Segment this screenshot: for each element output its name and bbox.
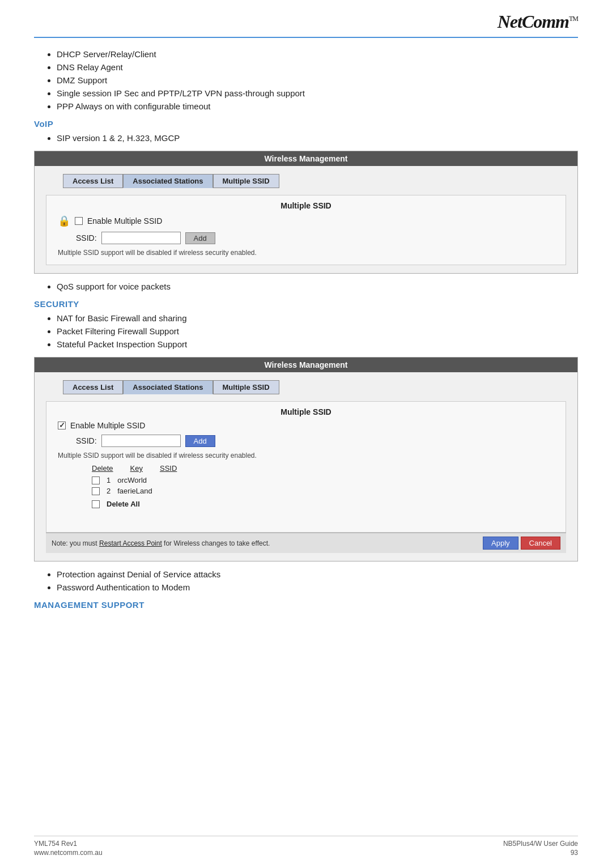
bottom-buttons: Apply Cancel (483, 537, 560, 550)
panel-1-subtitle: Multiple SSID (58, 201, 554, 210)
enable-ssid-row-2: Enable Multiple SSID (58, 421, 554, 430)
col-ssid: SSID (160, 464, 177, 473)
tab2-associated-stations[interactable]: Associated Stations (123, 380, 212, 394)
logo: NetCommTM (498, 11, 578, 32)
tab-associated-stations[interactable]: Associated Stations (123, 174, 212, 188)
list-item: SIP version 1 & 2, H.323, MGCP (57, 133, 578, 143)
top-feature-list: DHCP Server/Relay/Client DNS Relay Agent… (34, 49, 578, 111)
col-delete: Delete (92, 464, 113, 473)
voip-list: SIP version 1 & 2, H.323, MGCP (34, 133, 578, 143)
wireless-panel-2: Wireless Management Access List Associat… (34, 357, 578, 561)
tab2-access-list[interactable]: Access List (63, 380, 123, 394)
panel-1-tabs: Access List Associated Stations Multiple… (63, 174, 566, 188)
delete-all-label: Delete All (107, 500, 140, 508)
add-button-2[interactable]: Add (185, 435, 215, 447)
qos-list: QoS support for voice packets (34, 282, 578, 291)
row1-key: 1 (107, 476, 110, 484)
ssid-table: Delete Key SSID 1 orcWorld 2 faerieLand (92, 464, 554, 495)
footer-left: YML754 Rev1 www.netcomm.com.au (34, 840, 103, 857)
footer-website: www.netcomm.com.au (34, 849, 103, 857)
list-item: Protection against Denial of Service att… (57, 569, 578, 579)
panel-1-content: Multiple SSID 🔒 Enable Multiple SSID SSI… (46, 195, 566, 265)
logo-text: NetComm (498, 11, 569, 32)
cancel-button[interactable]: Cancel (521, 537, 560, 550)
panel-2-title: Wireless Management (35, 358, 577, 372)
footer-model: YML754 Rev1 (34, 840, 103, 848)
add-button-1[interactable]: Add (185, 232, 215, 244)
apply-button[interactable]: Apply (483, 537, 518, 550)
panel-2-note: Multiple SSID support will be disabled i… (58, 452, 554, 459)
panel-2-body: Access List Associated Stations Multiple… (35, 372, 577, 561)
tab2-multiple-ssid[interactable]: Multiple SSID (213, 380, 279, 394)
table-row: 1 orcWorld (92, 476, 554, 484)
row1-ssid: orcWorld (117, 476, 147, 484)
list-item: PPP Always on with configurable timeout (57, 101, 578, 111)
footer-page: 93 (571, 849, 578, 857)
ssid-input-row-2: SSID: Add (76, 435, 554, 447)
wireless-panel-1: Wireless Management Access List Associat… (34, 151, 578, 274)
row1-checkbox[interactable] (92, 476, 100, 484)
enable-ssid-label: Enable Multiple SSID (87, 216, 162, 225)
panel-1-title: Wireless Management (35, 151, 577, 166)
col-key: Key (130, 464, 143, 473)
panel-2-subtitle: Multiple SSID (58, 407, 554, 416)
list-item: Packet Filtering Firewall Support (57, 326, 578, 336)
footer-guide: NB5Plus4/W User Guide (503, 840, 578, 848)
enable-ssid-row: 🔒 Enable Multiple SSID (58, 215, 554, 227)
bottom-note: Note: you must Restart Access Point for … (52, 539, 270, 547)
list-item: QoS support for voice packets (57, 282, 578, 291)
list-item: NAT for Basic Firewall and sharing (57, 313, 578, 323)
row2-ssid: faerieLand (117, 487, 152, 495)
enable-ssid-checkbox[interactable] (75, 217, 83, 225)
list-item: DMZ Support (57, 75, 578, 85)
lock-icon: 🔒 (58, 215, 70, 227)
list-item: Single session IP Sec and PPTP/L2TP VPN … (57, 88, 578, 98)
management-heading: MANAGEMENT SUPPORT (34, 600, 578, 610)
panel-2-content: Multiple SSID Enable Multiple SSID SSID:… (46, 401, 566, 533)
footer-right: NB5Plus4/W User Guide 93 (503, 840, 578, 857)
ssid-table-header: Delete Key SSID (92, 464, 554, 473)
header: NetCommTM (34, 11, 578, 38)
footer: YML754 Rev1 www.netcomm.com.au NB5Plus4/… (34, 836, 578, 857)
restart-link[interactable]: Restart Access Point (99, 539, 162, 547)
security-list: NAT for Basic Firewall and sharing Packe… (34, 313, 578, 349)
panel-1-body: Access List Associated Stations Multiple… (35, 166, 577, 273)
list-item: Password Authentication to Modem (57, 582, 578, 592)
delete-all-checkbox[interactable] (92, 500, 100, 508)
voip-heading: VoIP (34, 119, 578, 129)
ssid-label: SSID: (76, 233, 97, 242)
list-item: Stateful Packet Inspection Support (57, 339, 578, 349)
delete-all-row: Delete All (92, 500, 554, 508)
ssid-input[interactable] (101, 232, 181, 244)
panel-1-note: Multiple SSID support will be disabled i… (58, 249, 554, 257)
logo-tm: TM (569, 15, 578, 23)
ssid-label-2: SSID: (76, 436, 97, 445)
row2-checkbox[interactable] (92, 487, 100, 495)
table-row: 2 faerieLand (92, 487, 554, 495)
ssid-input-row: SSID: Add (76, 232, 554, 244)
bottom-note-text: Note: you must (52, 539, 99, 547)
list-item: DHCP Server/Relay/Client (57, 49, 578, 59)
security-heading: SECURITY (34, 299, 578, 309)
row2-key: 2 (107, 487, 110, 495)
panel-2-tabs: Access List Associated Stations Multiple… (63, 380, 566, 394)
bottom-feature-list: Protection against Denial of Service att… (34, 569, 578, 592)
tab-access-list[interactable]: Access List (63, 174, 123, 188)
bottom-note-text2: for Wireless changes to take effect. (162, 539, 270, 547)
list-item: DNS Relay Agent (57, 62, 578, 72)
tab-multiple-ssid[interactable]: Multiple SSID (213, 174, 279, 188)
panel-2-bottom-bar: Note: you must Restart Access Point for … (46, 533, 566, 553)
enable-ssid-label-2: Enable Multiple SSID (70, 421, 145, 430)
enable-ssid-checkbox-2[interactable] (58, 422, 66, 429)
ssid-input-2[interactable] (101, 435, 181, 447)
